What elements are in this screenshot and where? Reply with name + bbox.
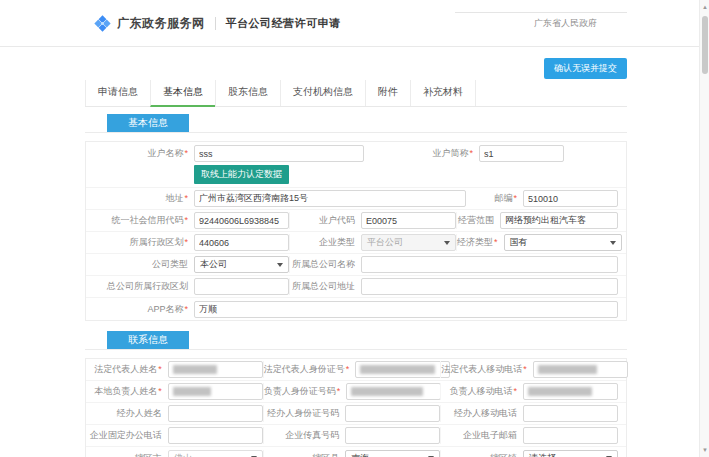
form-cell: 企业传真号码 — [263, 427, 441, 444]
district-city-label: 辖区市 — [86, 450, 168, 457]
parent-division-input[interactable] — [194, 278, 289, 295]
legal-name-input[interactable] — [168, 361, 263, 378]
yehu-name-label: 业户名称* — [86, 145, 194, 162]
form-row: 业户名称* 取线上能力认定数据 业户简称* — [86, 142, 626, 188]
economic-type-select[interactable]: 国有 — [504, 234, 622, 251]
form-cell: 企业固定办公电话 — [86, 427, 263, 444]
application-card: 确认无误并提交 申请信息 基本信息 股东信息 支付机构信息 附件 补充材料 基本… — [85, 57, 627, 457]
credit-code-input[interactable] — [194, 212, 289, 229]
gov-portal-link[interactable]: 广东省人民政府 — [534, 17, 597, 30]
form-row: 地址* 邮编* — [86, 188, 626, 210]
tab-attachments[interactable]: 附件 — [365, 80, 410, 106]
tab-application-info[interactable]: 申请信息 — [85, 80, 150, 106]
form-row: 公司类型 本公司 所属总公司名称 — [86, 254, 626, 276]
form-row: 统一社会信用代码* 业户代码 经营范围 — [86, 210, 626, 232]
economic-type-label: 经济类型* — [456, 234, 504, 251]
legal-name-label: 法定代表人姓名* — [86, 361, 168, 378]
contact-info-section: 联系信息 法定代表人姓名* 法定代表人身份证号* 法定代表人移动电话* — [85, 331, 627, 457]
corp-type-select[interactable]: 本公司 — [194, 256, 289, 273]
tab-supplementary-materials[interactable]: 补充材料 — [410, 80, 476, 106]
tab-payment-org-info[interactable]: 支付机构信息 — [280, 80, 365, 106]
resp-id-input[interactable] — [346, 383, 441, 400]
yehu-name-input[interactable] — [194, 145, 364, 162]
contact-section-title: 联系信息 — [107, 331, 189, 349]
credit-code-label: 统一社会信用代码* — [86, 212, 194, 229]
agent-name-label: 经办人姓名 — [86, 405, 168, 422]
yehu-code-input[interactable] — [361, 212, 456, 229]
basic-info-section: 基本信息 业户名称* 取线上能力认定数据 业户简称* 地址* 邮编* — [85, 114, 627, 321]
form-cell: 辖区镇 请选择 — [440, 450, 618, 457]
form-row: 本地负责人姓名* 负责人身份证号码* 负责人移动电话* — [86, 381, 626, 403]
form-row: APP名称* — [86, 298, 626, 320]
scrollbar[interactable]: ▲ ▼ — [699, 0, 709, 457]
app-screen: 广东政务服务网 平台公司经营许可申请 广东省人民政府 确认无误并提交 申请信息 … — [0, 0, 709, 457]
email-input[interactable] — [523, 427, 618, 444]
legal-phone-label: 法定代表人移动电话* — [441, 361, 533, 378]
redacted-value — [528, 387, 592, 396]
app-name-input[interactable] — [194, 301, 618, 318]
resp-phone-label: 负责人移动电话* — [441, 383, 523, 400]
district-city-select[interactable]: 佛山 — [168, 450, 263, 457]
fax-label: 企业传真号码 — [264, 427, 346, 444]
postcode-input[interactable] — [523, 190, 618, 207]
postcode-label: 邮编* — [466, 190, 523, 207]
parent-address-input[interactable] — [361, 278, 618, 295]
yehu-code-label: 业户代码 — [289, 212, 361, 229]
form-cell: 法定代表人移动电话* — [440, 361, 618, 378]
legal-id-input[interactable] — [355, 361, 450, 378]
admin-division-input[interactable] — [194, 234, 289, 251]
agent-name-input[interactable] — [168, 405, 263, 422]
resp-phone-input[interactable] — [523, 383, 618, 400]
basic-info-table: 业户名称* 取线上能力认定数据 业户简称* 地址* 邮编* 统一社会信用代码* — [85, 141, 627, 321]
parent-name-input[interactable] — [361, 256, 618, 273]
company-type-label: 企业类型 — [289, 234, 361, 251]
header-divider — [215, 17, 216, 30]
office-phone-input[interactable] — [168, 427, 263, 444]
legal-phone-input[interactable] — [533, 361, 628, 378]
business-scope-input[interactable] — [500, 212, 618, 229]
chevron-down-icon — [444, 241, 450, 245]
parent-address-label: 所属总公司地址 — [289, 278, 361, 295]
site-brand[interactable]: 广东政务服务网 — [94, 15, 205, 32]
scroll-up-icon[interactable]: ▲ — [700, 4, 709, 10]
address-label: 地址* — [86, 190, 194, 207]
agent-id-input[interactable] — [345, 405, 440, 422]
form-cell: 本地负责人姓名* — [86, 383, 263, 400]
toolbar: 确认无误并提交 — [85, 57, 627, 77]
scroll-down-icon[interactable]: ▼ — [700, 447, 709, 453]
email-label: 企业电子邮箱 — [441, 427, 523, 444]
district-county-select[interactable]: 南海 — [345, 450, 440, 457]
yehu-short-label: 业户简称* — [364, 145, 479, 162]
fetch-capability-data-button[interactable]: 取线上能力认定数据 — [194, 165, 289, 184]
office-phone-label: 企业固定办公电话 — [86, 427, 168, 444]
legal-id-label: 法定代表人身份证号* — [264, 361, 356, 378]
form-cell: 经办人姓名 — [86, 405, 263, 422]
district-town-label: 辖区镇 — [441, 450, 523, 457]
form-cell: 法定代表人身份证号* — [263, 361, 441, 378]
form-cell: 辖区县 南海 — [263, 450, 441, 457]
basic-section-header: 基本信息 — [85, 114, 627, 133]
agent-id-label: 经办人身份证号码 — [264, 405, 346, 422]
fax-input[interactable] — [345, 427, 440, 444]
address-input[interactable] — [194, 190, 466, 207]
form-cell: 经办人移动电话 — [440, 405, 618, 422]
district-town-select[interactable]: 请选择 — [523, 450, 618, 457]
form-cell: 法定代表人姓名* — [86, 361, 263, 378]
tab-basic-info[interactable]: 基本信息 — [150, 80, 215, 107]
form-cell: 负责人移动电话* — [440, 383, 618, 400]
tab-shareholder-info[interactable]: 股东信息 — [215, 80, 280, 106]
form-row: 辖区市 佛山 辖区县 南海 辖区镇 请选择 — [86, 447, 626, 457]
redacted-value — [538, 365, 598, 374]
parent-division-label: 总公司所属行政区划 — [86, 278, 194, 295]
agent-phone-label: 经办人移动电话 — [441, 405, 523, 422]
yehu-short-input[interactable] — [479, 145, 564, 162]
submit-button[interactable]: 确认无误并提交 — [544, 58, 627, 79]
form-cell: 负责人身份证号码* — [263, 383, 441, 400]
app-name-label: APP名称* — [86, 301, 194, 318]
company-type-select[interactable]: 平台公司 — [361, 234, 456, 251]
brand-name: 广东政务服务网 — [117, 15, 205, 32]
yehu-name-group: 取线上能力认定数据 — [194, 145, 364, 184]
scrollbar-thumb[interactable] — [702, 16, 708, 74]
local-name-input[interactable] — [168, 383, 263, 400]
agent-phone-input[interactable] — [523, 405, 618, 422]
